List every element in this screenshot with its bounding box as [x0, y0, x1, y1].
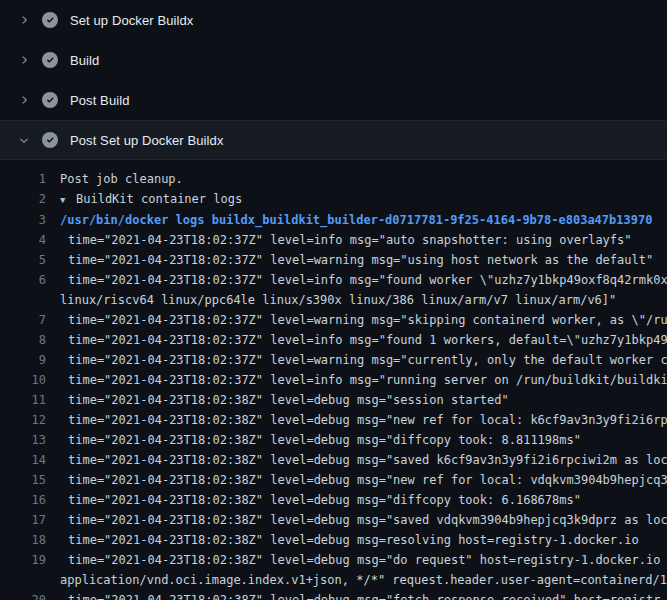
log-line-13: 13time="2021-04-23T18:02:38Z" level=debu… [0, 430, 667, 450]
line-number[interactable]: 18 [0, 530, 46, 550]
line-number[interactable]: 15 [0, 470, 46, 490]
log-line-7: 7time="2021-04-23T18:02:37Z" level=warni… [0, 310, 667, 330]
step-set-up-docker-buildx[interactable]: Set up Docker Buildx [0, 0, 667, 40]
line-number[interactable]: 17 [0, 510, 46, 530]
log-text: Post job cleanup. [60, 169, 667, 189]
log-text: time="2021-04-23T18:02:38Z" level=debug … [60, 470, 667, 490]
log-text: ▼BuildKit container logs [60, 189, 667, 210]
step-post-set-up-docker-buildx[interactable]: Post Set up Docker Buildx [0, 120, 667, 160]
log-line-9: 9time="2021-04-23T18:02:37Z" level=warni… [0, 350, 667, 370]
check-circle-icon [42, 52, 58, 68]
step-post-build[interactable]: Post Build [0, 80, 667, 120]
log-line-16: 16time="2021-04-23T18:02:38Z" level=debu… [0, 490, 667, 510]
line-number[interactable]: 16 [0, 490, 46, 510]
command-text: /usr/bin/docker logs buildx_buildkit_bui… [60, 210, 667, 230]
step-build[interactable]: Build [0, 40, 667, 80]
log-output: 1Post job cleanup.2▼BuildKit container l… [0, 160, 667, 600]
line-number[interactable]: 10 [0, 370, 46, 390]
log-text: time="2021-04-23T18:02:37Z" level=warnin… [60, 350, 667, 370]
line-number[interactable]: 20 [0, 590, 46, 600]
log-text: time="2021-04-23T18:02:37Z" level=info m… [60, 270, 667, 310]
log-line-20: 20time="2021-04-23T18:02:38Z" level=debu… [0, 590, 667, 600]
log-text: time="2021-04-23T18:02:38Z" level=debug … [60, 590, 667, 600]
check-circle-icon [42, 92, 58, 108]
log-line-1: 1Post job cleanup. [0, 169, 667, 189]
log-line-15: 15time="2021-04-23T18:02:38Z" level=debu… [0, 470, 667, 490]
log-line-8: 8time="2021-04-23T18:02:37Z" level=info … [0, 330, 667, 350]
line-number[interactable]: 3 [0, 210, 46, 230]
log-line-5: 5time="2021-04-23T18:02:37Z" level=warni… [0, 250, 667, 270]
line-number[interactable]: 1 [0, 169, 46, 189]
line-number[interactable]: 11 [0, 390, 46, 410]
log-line-4: 4time="2021-04-23T18:02:37Z" level=info … [0, 230, 667, 250]
log-text: time="2021-04-23T18:02:38Z" level=debug … [60, 510, 667, 530]
log-line-11: 11time="2021-04-23T18:02:38Z" level=debu… [0, 390, 667, 410]
line-number[interactable]: 7 [0, 310, 46, 330]
line-number[interactable]: 9 [0, 350, 46, 370]
log-line-3: 3/usr/bin/docker logs buildx_buildkit_bu… [0, 210, 667, 230]
step-label: Build [70, 53, 99, 68]
chevron-right-icon [16, 52, 32, 68]
line-number[interactable]: 12 [0, 410, 46, 430]
check-circle-icon [42, 12, 58, 28]
log-text: time="2021-04-23T18:02:38Z" level=debug … [60, 550, 667, 590]
log-line-2[interactable]: 2▼BuildKit container logs [0, 189, 667, 210]
workflow-steps-list: Set up Docker Buildx Build Post Build Po… [0, 0, 667, 160]
log-line-18: 18time="2021-04-23T18:02:38Z" level=debu… [0, 530, 667, 550]
log-line-12: 12time="2021-04-23T18:02:38Z" level=debu… [0, 410, 667, 430]
line-number[interactable]: 6 [0, 270, 46, 290]
log-line-6: 6time="2021-04-23T18:02:37Z" level=info … [0, 270, 667, 310]
log-text: time="2021-04-23T18:02:38Z" level=debug … [60, 530, 667, 550]
line-number[interactable]: 8 [0, 330, 46, 350]
chevron-right-icon [16, 12, 32, 28]
log-text: time="2021-04-23T18:02:37Z" level=info m… [60, 230, 667, 250]
step-label: Post Build [70, 93, 130, 108]
log-text: time="2021-04-23T18:02:38Z" level=debug … [60, 430, 667, 450]
step-label: Post Set up Docker Buildx [70, 133, 224, 148]
step-label: Set up Docker Buildx [70, 13, 193, 28]
log-text: time="2021-04-23T18:02:37Z" level=warnin… [60, 250, 667, 270]
log-line-17: 17time="2021-04-23T18:02:38Z" level=debu… [0, 510, 667, 530]
check-circle-icon [42, 132, 58, 148]
log-text: time="2021-04-23T18:02:38Z" level=debug … [60, 450, 667, 470]
log-line-14: 14time="2021-04-23T18:02:38Z" level=debu… [0, 450, 667, 470]
log-text: time="2021-04-23T18:02:37Z" level=info m… [60, 330, 667, 350]
log-line-10: 10time="2021-04-23T18:02:37Z" level=info… [0, 370, 667, 390]
line-number[interactable]: 2 [0, 189, 46, 209]
line-number[interactable]: 13 [0, 430, 46, 450]
chevron-right-icon [16, 92, 32, 108]
line-number[interactable]: 4 [0, 230, 46, 250]
line-number[interactable]: 5 [0, 250, 46, 270]
line-number[interactable]: 14 [0, 450, 46, 470]
log-line-19: 19time="2021-04-23T18:02:38Z" level=debu… [0, 550, 667, 590]
triangle-down-icon[interactable]: ▼ [60, 190, 76, 210]
line-number[interactable]: 19 [0, 550, 46, 570]
chevron-down-icon [16, 132, 32, 148]
log-text: time="2021-04-23T18:02:37Z" level=warnin… [60, 310, 667, 330]
log-text: time="2021-04-23T18:02:38Z" level=debug … [60, 410, 667, 430]
log-text: time="2021-04-23T18:02:37Z" level=info m… [60, 370, 667, 390]
log-text: time="2021-04-23T18:02:38Z" level=debug … [60, 490, 667, 510]
log-text: time="2021-04-23T18:02:38Z" level=debug … [60, 390, 667, 410]
